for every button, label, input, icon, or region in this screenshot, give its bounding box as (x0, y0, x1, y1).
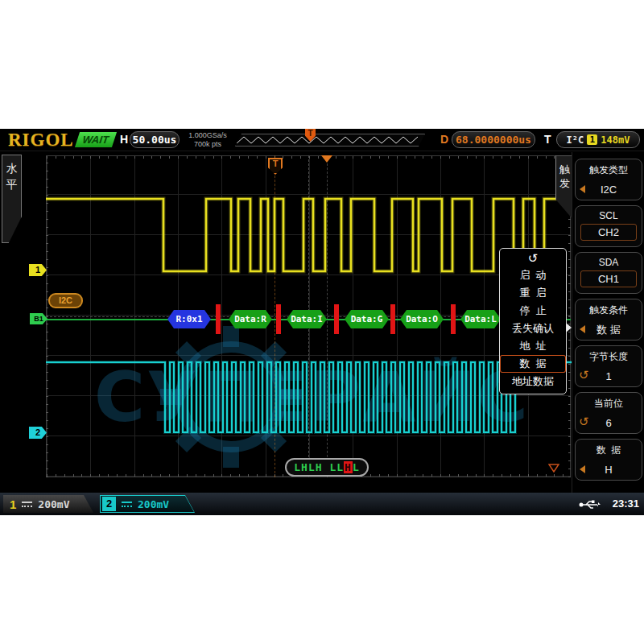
popup-item[interactable]: 数 据 (500, 355, 566, 373)
memory-depth: 700k pts (184, 140, 232, 149)
bottom-status-bar: 1 200mV 2 200mV 23:31 (0, 493, 644, 515)
preview-zigzag (235, 134, 425, 147)
trigger-label: T (544, 133, 551, 146)
pattern-cursor: H (344, 461, 353, 473)
softkey-value: I2C (576, 181, 642, 199)
trigger-type: I²C (567, 134, 584, 146)
select-arrow-icon (580, 185, 585, 193)
run-status-badge[interactable]: WAIT (75, 132, 117, 147)
ch2-number: 2 (102, 497, 116, 511)
horizontal-label: H (120, 133, 128, 146)
decode-packet: Data:O (400, 310, 444, 328)
softkey-title: 触发条件 (576, 303, 642, 317)
trigger-time-line (275, 155, 275, 477)
popup-pointer-icon (566, 323, 572, 332)
softkey-item[interactable]: SDACH1 (575, 252, 642, 294)
decode-packet: Data:G (345, 310, 389, 328)
tab-horizontal[interactable]: 水平 (2, 155, 22, 243)
decode-bus-label: I2C (48, 293, 83, 308)
decode-packet: Data:R (229, 310, 272, 328)
dc-coupling-icon (122, 502, 132, 507)
softkey-item[interactable]: 数 据H (575, 439, 642, 481)
softkey-value: CH1 (580, 270, 637, 287)
decode-error-mark (216, 304, 221, 334)
ch2-ground-marker[interactable]: 2 (29, 427, 47, 439)
pattern-post: L (353, 461, 360, 473)
trigger-level: 148mV (601, 134, 630, 146)
softkey-title: 当前位 (576, 397, 642, 411)
sample-rate: 1.000GSa/s (184, 131, 232, 140)
softkey-title: SDA (576, 257, 642, 268)
knob-rotate-icon: ↺ (500, 250, 566, 266)
oscilloscope-screen: RIGOL WAIT H 50.00us 1.000GSa/s 700k pts… (0, 129, 644, 515)
decode-packet: Data:L (460, 310, 501, 328)
decode-error-mark (451, 304, 456, 334)
decode-error-mark (390, 304, 395, 334)
softkey-value: 6↺ (576, 415, 642, 432)
popup-item[interactable]: 重 启 (500, 284, 566, 302)
softkey-title: 数 据 (576, 444, 642, 457)
waveform-preview-bar[interactable] (235, 134, 425, 147)
softkey-item[interactable]: SCLCH2 (575, 205, 642, 247)
softkey-value: 数 据 (576, 321, 642, 339)
softkey-item[interactable]: 触发条件数 据 (575, 299, 642, 341)
delay-readout[interactable]: 68.0000000us (452, 131, 535, 148)
timebase-readout[interactable]: 50.00us (130, 131, 180, 148)
trigger-data-pattern: LHLH LLHL (285, 458, 369, 477)
ch1-number: 1 (10, 497, 16, 511)
brand-logo: RIGOL (8, 130, 74, 151)
screen-center-marker (321, 155, 332, 163)
pattern-pre: LHLH LL (294, 461, 344, 473)
popup-item[interactable]: 停 止 (500, 302, 566, 320)
ch2-scale: 200mV (138, 498, 169, 510)
left-tick-ruler (46, 155, 48, 477)
trigger-condition-popup: ↺ 启 动重 启停 止丢失确认地 址数 据地址数据 (499, 248, 567, 394)
popup-item[interactable]: 地 址 (500, 337, 566, 355)
softkey-menu: 触发类型I2CSCLCH2SDACH1触发条件数 据字节长度1↺当前位6↺数 据… (572, 152, 644, 493)
clock: 23:31 (613, 497, 639, 510)
popup-item[interactable]: 地址数据 (500, 373, 566, 390)
decode-bus-marker[interactable]: B1 (30, 313, 47, 324)
decode-error-mark (334, 304, 339, 334)
trigger-source-badge: 1 (587, 134, 597, 145)
softkey-title: 字节长度 (576, 350, 642, 364)
softkey-item[interactable]: 字节长度1↺ (575, 345, 642, 387)
softkey-title: 触发类型 (576, 163, 642, 177)
dc-coupling-icon (22, 502, 32, 507)
usb-icon (578, 499, 602, 510)
knob-rotate-icon: ↺ (579, 366, 589, 384)
select-arrow-icon (580, 325, 585, 333)
decode-error-mark (276, 304, 281, 334)
decode-packet: R:0x1 (167, 310, 211, 328)
popup-item[interactable]: 丢失确认 (500, 320, 566, 337)
select-arrow-icon (580, 465, 585, 473)
delay-label: D (440, 133, 448, 146)
acquisition-readout: 1.000GSa/s 700k pts (184, 131, 232, 149)
softkey-item[interactable]: 当前位6↺ (575, 392, 642, 434)
ch1-ground-marker[interactable]: 1 (29, 264, 47, 276)
top-status-bar: RIGOL WAIT H 50.00us 1.000GSa/s 700k pts… (0, 129, 644, 151)
ch2-status-block[interactable]: 2 200mV (100, 495, 195, 513)
trigger-readout[interactable]: I²C 1 148mV (556, 131, 640, 148)
trigger-level-offscreen-icon (548, 464, 559, 473)
knob-rotate-icon: ↺ (579, 413, 589, 431)
softkey-value: H (576, 461, 642, 479)
decode-packet: Data:I (287, 310, 327, 328)
ch1-status-block[interactable]: 1 200mV (3, 495, 93, 513)
softkey-item[interactable]: 触发类型I2C (575, 159, 642, 200)
softkey-value: CH2 (580, 224, 637, 241)
ch1-scale: 200mV (38, 498, 69, 510)
softkey-value: 1↺ (576, 368, 642, 386)
popup-item[interactable]: 启 动 (500, 266, 566, 284)
center-marker-line (327, 155, 328, 477)
softkey-title: SCL (576, 210, 642, 221)
